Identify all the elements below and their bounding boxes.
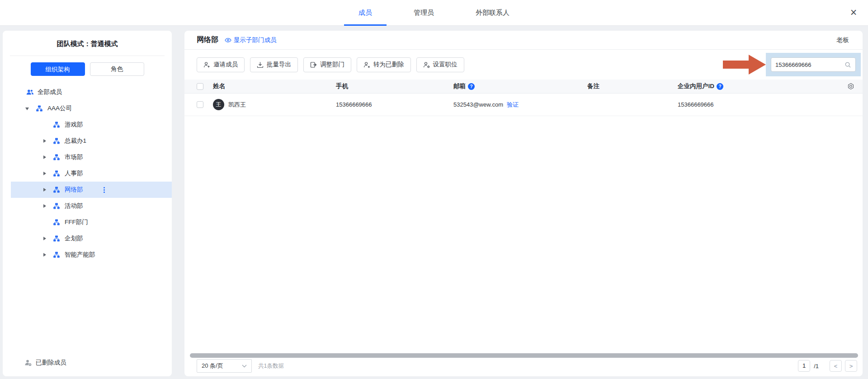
org-sidebar: 团队模式：普通模式 组织架构 角色 全部成员 AAA公司 游戏部 — [3, 31, 172, 376]
page-size-select[interactable]: 20 条/页 — [197, 359, 252, 373]
tree-item-company[interactable]: AAA公司 — [3, 100, 172, 117]
tree-item-label: 网络部 — [65, 186, 83, 194]
org-structure-button[interactable]: 组织架构 — [31, 62, 85, 76]
department-icon — [53, 154, 61, 161]
batch-export-button[interactable]: 批量导出 — [250, 57, 298, 72]
tree-item-label: AAA公司 — [47, 104, 72, 112]
sidebar-divider — [10, 56, 165, 56]
person-remove-icon — [24, 359, 32, 366]
department-icon — [53, 202, 61, 210]
batch-export-label: 批量导出 — [267, 61, 291, 69]
members-panel: 网络部 显示子部门成员 老板 邀请成员 批量导出 — [184, 31, 863, 376]
tree-item-label: 游戏部 — [65, 121, 83, 129]
roles-button[interactable]: 角色 — [90, 62, 144, 76]
department-icon — [36, 105, 44, 112]
column-header-phone: 手机 — [336, 82, 453, 90]
tree-item-dept[interactable]: 市场部 — [3, 149, 172, 165]
page-size-value: 20 条/页 — [202, 362, 223, 370]
top-bar: 成员 管理员 外部联系人 × — [0, 0, 868, 26]
tree-item-dept[interactable]: 人事部 — [3, 165, 172, 182]
table-row[interactable]: 王 凯西王 15366669666 532543@wew.com 验证 1536… — [184, 94, 863, 116]
member-table-header: 姓名 手机 邮箱 ? 备注 企业内用户ID ? — [184, 80, 863, 94]
email-help-icon[interactable]: ? — [468, 83, 475, 90]
move-to-deleted-button[interactable]: 转为已删除 — [357, 57, 411, 72]
department-icon — [53, 219, 61, 226]
eye-icon — [225, 37, 231, 43]
caret-right-icon[interactable] — [42, 187, 47, 192]
caret-right-icon[interactable] — [42, 155, 47, 159]
avatar: 王 — [213, 99, 224, 110]
caret-right-icon[interactable] — [42, 139, 47, 143]
person-add-icon — [203, 61, 210, 68]
tree-item-dept[interactable]: 智能产能部 — [3, 247, 172, 263]
user-id-help-icon[interactable]: ? — [717, 83, 723, 90]
caret-right-icon[interactable] — [42, 204, 47, 208]
tab-external-contacts[interactable]: 外部联系人 — [461, 0, 524, 26]
person-x-icon — [363, 61, 370, 68]
members-group-icon — [26, 89, 34, 96]
tree-item-dept[interactable]: 总裁办1 — [3, 133, 172, 149]
tree-item-label: 人事部 — [65, 169, 83, 178]
tree-item-dept[interactable]: 活动部 — [3, 198, 172, 214]
tree-item-label: 市场部 — [65, 153, 83, 161]
tree-item-dept[interactable]: 游戏部 — [3, 117, 172, 133]
tab-members[interactable]: 成员 — [344, 0, 387, 26]
deleted-members-link[interactable]: 已删除成员 — [3, 355, 172, 371]
total-count-label: 共1条数据 — [258, 362, 284, 370]
show-sub-members-link[interactable]: 显示子部门成员 — [225, 36, 277, 44]
tab-admins[interactable]: 管理员 — [399, 0, 448, 26]
search-highlight-overlay — [766, 53, 861, 76]
verify-email-link[interactable]: 验证 — [507, 101, 519, 109]
tree-item-label: 全部成员 — [38, 88, 62, 96]
pagination-bar: 20 条/页 共1条数据 1 /1 < > — [197, 359, 857, 373]
tree-item-label: FFF部门 — [65, 218, 88, 226]
tree-item-label: 总裁办1 — [65, 137, 86, 145]
invite-member-label: 邀请成员 — [213, 61, 238, 69]
tree-item-dept-selected[interactable]: 网络部 — [11, 182, 172, 198]
tree-item-label: 智能产能部 — [65, 251, 95, 259]
department-icon — [53, 235, 61, 243]
set-position-label: 设置职位 — [433, 61, 458, 69]
department-icon — [53, 121, 61, 129]
caret-right-icon[interactable] — [42, 253, 47, 257]
tab-admins-label: 管理员 — [414, 9, 434, 17]
search-icon[interactable] — [844, 61, 851, 68]
member-phone: 15366669666 — [336, 101, 453, 108]
tree-item-label: 企划部 — [65, 234, 83, 243]
more-options-icon[interactable] — [102, 186, 106, 194]
member-search-box[interactable] — [771, 57, 856, 72]
caret-placeholder — [42, 122, 47, 127]
invite-member-button[interactable]: 邀请成员 — [197, 57, 245, 72]
current-page-input[interactable]: 1 — [798, 360, 810, 372]
member-search-input[interactable] — [775, 61, 844, 68]
department-icon — [53, 186, 61, 194]
prev-page-button[interactable]: < — [830, 360, 842, 372]
row-checkbox[interactable] — [197, 101, 203, 108]
set-position-button[interactable]: 设置职位 — [416, 57, 464, 72]
column-header-email: 邮箱 — [453, 82, 466, 90]
column-settings-icon[interactable] — [838, 83, 854, 90]
tab-members-label: 成员 — [359, 9, 372, 17]
deleted-members-label: 已删除成员 — [36, 359, 66, 367]
move-to-deleted-label: 转为已删除 — [373, 61, 404, 69]
caret-right-icon[interactable] — [42, 236, 47, 241]
caret-right-icon[interactable] — [42, 171, 47, 176]
tree-item-all-members[interactable]: 全部成员 — [3, 84, 172, 100]
tree-item-dept[interactable]: FFF部门 — [3, 214, 172, 230]
adjust-department-button[interactable]: 调整部门 — [303, 57, 351, 72]
select-all-checkbox[interactable] — [197, 83, 203, 90]
team-mode-title: 团队模式：普通模式 — [3, 31, 172, 56]
column-header-user-id: 企业内用户ID — [678, 82, 714, 90]
chevron-down-icon — [242, 365, 247, 368]
horizontal-scrollbar[interactable] — [190, 353, 858, 358]
tree-item-label: 活动部 — [65, 202, 83, 210]
member-user-id: 15366669666 — [678, 101, 827, 108]
tree-item-dept[interactable]: 企划部 — [3, 230, 172, 247]
close-icon[interactable]: × — [846, 5, 861, 20]
caret-down-icon[interactable] — [25, 106, 30, 111]
next-page-button[interactable]: > — [845, 360, 857, 372]
tab-group: 成员 管理员 外部联系人 — [344, 0, 524, 26]
member-name: 凯西王 — [228, 101, 246, 109]
department-icon — [53, 251, 61, 259]
total-pages-label: /1 — [814, 363, 819, 370]
